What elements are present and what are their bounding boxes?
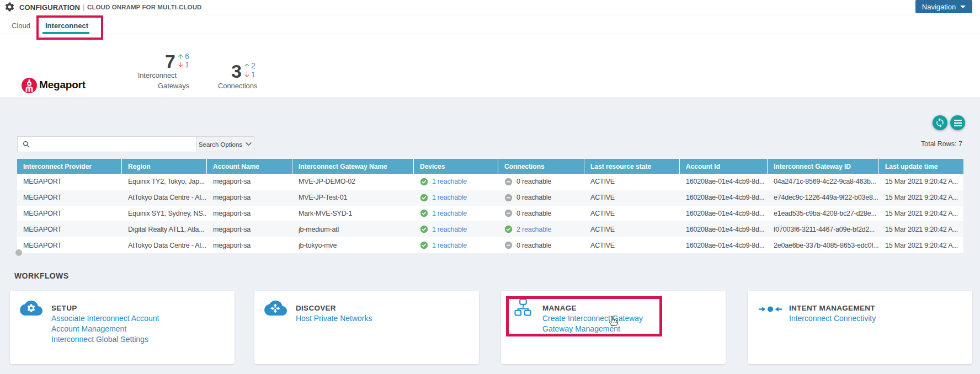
column-header-region[interactable]: Region xyxy=(122,159,207,174)
cell-provider: MEGAPORT xyxy=(17,190,122,206)
arrow-up-icon xyxy=(177,53,184,60)
column-header-interconnect-gateway-name[interactable]: Interconnect Gateway Name xyxy=(292,159,414,174)
cell-account-name: megaport-sa xyxy=(207,221,292,237)
converge-arrows-icon xyxy=(759,305,785,325)
navigation-button-label: Navigation xyxy=(922,3,956,11)
cell-state: ACTIVE xyxy=(584,174,680,190)
stat-connections-label: Connections xyxy=(218,82,257,90)
column-header-last-resource-state[interactable]: Last resource state xyxy=(584,159,680,174)
status-ok-icon xyxy=(504,225,513,233)
stat-gateways-value: 7 xyxy=(165,52,175,71)
cell-devices-text[interactable]: 1 reachable xyxy=(432,242,467,249)
cell-gateway-id: f07003f6-3211-4467-a09e-bf2d2... xyxy=(768,221,879,237)
status-ok-icon xyxy=(420,225,428,233)
cell-devices-text[interactable]: 1 reachable xyxy=(432,210,467,217)
tab-bar: Cloud Interconnect xyxy=(0,14,980,34)
link-associate-interconnect-account[interactable]: Associate Interconnect Account xyxy=(51,313,159,324)
stat-gateways-up: 6 xyxy=(177,53,189,60)
search-options-button[interactable]: Search Options xyxy=(196,137,254,152)
cell-account-id: 160208ae-01e4-4cb9-8d... xyxy=(680,174,768,190)
cell-connections-text: 0 reachable xyxy=(516,194,551,201)
workflow-card-discover: DISCOVERHost Private Networks xyxy=(254,291,479,364)
workflows-heading: WORKFLOWS xyxy=(14,271,68,280)
tab-cloud[interactable]: Cloud xyxy=(12,22,30,30)
status-ok-icon xyxy=(420,194,428,202)
status-ok-icon xyxy=(420,194,428,202)
card-links: Interconnect Connectivity xyxy=(789,313,876,324)
cell-updated: 15 Mar 2021 9:20:42 A... xyxy=(879,174,963,190)
table-row[interactable]: MEGAPORTAtTokyo Data Centre - Al...megap… xyxy=(17,190,963,206)
link-account-management[interactable]: Account Management xyxy=(51,324,159,334)
scrollbar-dot[interactable] xyxy=(15,249,22,256)
cell-devices-text[interactable]: 1 reachable xyxy=(432,226,467,233)
stat-gateways-down-count: 1 xyxy=(185,61,189,68)
cell-region: AtTokyo Data Centre - Al... xyxy=(122,190,207,206)
cell-connections: 0 reachable xyxy=(498,206,584,222)
stat-connections-up-count: 2 xyxy=(251,62,255,70)
megaport-brand-name: Megaport xyxy=(39,79,86,91)
column-header-interconnect-gateway-id[interactable]: Interconnect Gateway ID xyxy=(768,159,879,174)
status-none-icon xyxy=(504,194,513,202)
column-header-interconnect-provider[interactable]: Interconnect Provider xyxy=(17,159,122,174)
cell-account-id: 160208ae-01e4-4cb9-8d... xyxy=(680,237,768,253)
cell-region: Equinix SY1, Sydney, NS... xyxy=(122,206,207,222)
card-body: INTENT MANAGEMENTInterconnect Connectivi… xyxy=(789,304,876,324)
status-none-icon xyxy=(504,194,513,202)
column-header-account-id[interactable]: Account Id xyxy=(680,159,768,174)
cell-region: AtTokyo Data Centre - Al... xyxy=(122,237,207,253)
column-header-last-update-time[interactable]: Last update time xyxy=(879,159,963,174)
status-none-icon xyxy=(504,241,513,249)
cell-gateway-name: jb-medium-atl xyxy=(292,221,414,237)
card-title-setup: SETUP xyxy=(51,304,159,312)
table-header-row: Interconnect ProviderRegionAccount NameI… xyxy=(17,159,963,174)
hamburger-icon xyxy=(954,120,962,126)
link-interconnect-connectivity[interactable]: Interconnect Connectivity xyxy=(789,313,876,324)
content-panel: Search Options Total Rows: 7 Interconnec… xyxy=(0,97,980,374)
table-row[interactable]: MEGAPORTAtTokyo Data Centre - Al...megap… xyxy=(17,237,963,253)
cell-gateway-id: 04a2471c-8569-4c22-9ca8-463b... xyxy=(768,174,879,190)
top-bar: CONFIGURATION | CLOUD ONRAMP FOR MULTI-C… xyxy=(0,0,980,14)
cell-account-name: megaport-sa xyxy=(207,237,292,253)
column-header-account-name[interactable]: Account Name xyxy=(207,159,292,174)
cell-connections-text: 0 reachable xyxy=(516,178,551,185)
search-options-label: Search Options xyxy=(199,141,242,148)
table-menu-button[interactable] xyxy=(950,115,965,130)
refresh-button[interactable] xyxy=(933,115,947,130)
link-interconnect-global-settings[interactable]: Interconnect Global Settings xyxy=(51,334,159,345)
cell-state: ACTIVE xyxy=(584,237,680,253)
cell-region: Equinix TY2, Tokyo, Jap... xyxy=(122,174,207,190)
gateways-table: Interconnect ProviderRegionAccount NameI… xyxy=(17,159,963,253)
search-input[interactable] xyxy=(34,137,196,152)
card-body: MANAGECreate Interconnect GatewayGateway… xyxy=(542,304,643,334)
tab-interconnect[interactable]: Interconnect xyxy=(45,22,88,30)
column-header-devices[interactable]: Devices xyxy=(414,159,498,174)
cell-devices: 1 reachable xyxy=(414,190,498,206)
cell-gateway-name: MVE-JP-Test-01 xyxy=(292,190,414,206)
status-ok-icon xyxy=(420,178,428,186)
cloud-gear-icon xyxy=(20,300,46,319)
cell-connections-text: 0 reachable xyxy=(516,210,551,217)
cell-devices-text[interactable]: 1 reachable xyxy=(432,178,467,185)
cell-state: ACTIVE xyxy=(584,206,680,222)
table-row[interactable]: MEGAPORTEquinix SY1, Sydney, NS...megapo… xyxy=(17,206,963,222)
cell-connections: 0 reachable xyxy=(498,174,584,190)
link-create-interconnect-gateway[interactable]: Create Interconnect Gateway xyxy=(542,313,643,324)
stat-gateways-label-line2: Gateways xyxy=(158,82,189,90)
status-ok-icon xyxy=(420,209,428,217)
stat-connections-up: 2 xyxy=(243,62,255,70)
arrow-down-icon xyxy=(177,61,184,68)
column-header-connections[interactable]: Connections xyxy=(498,159,584,174)
link-gateway-management[interactable]: Gateway Management xyxy=(542,324,643,334)
link-host-private-networks[interactable]: Host Private Networks xyxy=(296,313,372,324)
cell-gateway-id: 2e0ae6be-337b-4085-8653-edc0f... xyxy=(768,237,879,253)
arrow-up-icon xyxy=(243,62,251,70)
status-none-icon xyxy=(504,178,513,186)
cell-connections-text[interactable]: 2 reachable xyxy=(516,226,551,233)
cell-devices-text[interactable]: 1 reachable xyxy=(432,194,467,201)
cell-connections: 0 reachable xyxy=(498,190,584,206)
navigation-button[interactable]: Navigation xyxy=(915,0,972,13)
table-row[interactable]: MEGAPORTEquinix TY2, Tokyo, Jap...megapo… xyxy=(17,174,963,190)
table-row[interactable]: MEGAPORTDigital Realty ATL1, Atla...mega… xyxy=(17,221,963,237)
card-title-manage: MANAGE xyxy=(542,304,643,312)
page-title: CONFIGURATION xyxy=(19,3,80,12)
